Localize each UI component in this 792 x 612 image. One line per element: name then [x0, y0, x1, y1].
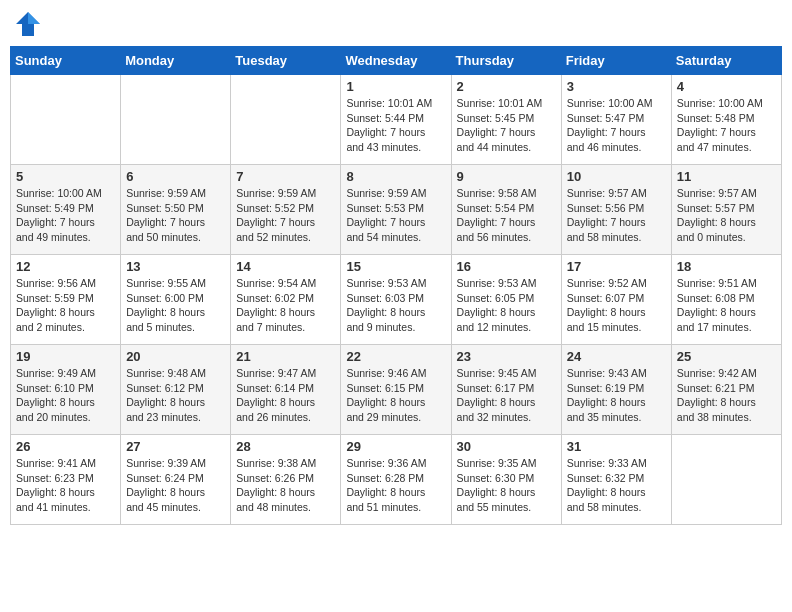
day-header-saturday: Saturday: [671, 47, 781, 75]
calendar-cell: [231, 75, 341, 165]
calendar-cell: 30Sunrise: 9:35 AM Sunset: 6:30 PM Dayli…: [451, 435, 561, 525]
day-number: 1: [346, 79, 445, 94]
day-number: 16: [457, 259, 556, 274]
day-number: 15: [346, 259, 445, 274]
day-info: Sunrise: 9:59 AM Sunset: 5:50 PM Dayligh…: [126, 186, 225, 245]
calendar-cell: 18Sunrise: 9:51 AM Sunset: 6:08 PM Dayli…: [671, 255, 781, 345]
calendar-cell: 10Sunrise: 9:57 AM Sunset: 5:56 PM Dayli…: [561, 165, 671, 255]
calendar-cell: 9Sunrise: 9:58 AM Sunset: 5:54 PM Daylig…: [451, 165, 561, 255]
logo-icon: [14, 10, 42, 38]
day-number: 10: [567, 169, 666, 184]
day-info: Sunrise: 9:53 AM Sunset: 6:05 PM Dayligh…: [457, 276, 556, 335]
day-info: Sunrise: 9:33 AM Sunset: 6:32 PM Dayligh…: [567, 456, 666, 515]
day-number: 7: [236, 169, 335, 184]
day-info: Sunrise: 9:45 AM Sunset: 6:17 PM Dayligh…: [457, 366, 556, 425]
calendar-cell: 23Sunrise: 9:45 AM Sunset: 6:17 PM Dayli…: [451, 345, 561, 435]
calendar-cell: 11Sunrise: 9:57 AM Sunset: 5:57 PM Dayli…: [671, 165, 781, 255]
day-number: 24: [567, 349, 666, 364]
day-info: Sunrise: 9:55 AM Sunset: 6:00 PM Dayligh…: [126, 276, 225, 335]
calendar-cell: 17Sunrise: 9:52 AM Sunset: 6:07 PM Dayli…: [561, 255, 671, 345]
calendar-cell: [671, 435, 781, 525]
day-info: Sunrise: 9:38 AM Sunset: 6:26 PM Dayligh…: [236, 456, 335, 515]
calendar-cell: 14Sunrise: 9:54 AM Sunset: 6:02 PM Dayli…: [231, 255, 341, 345]
day-number: 30: [457, 439, 556, 454]
day-number: 11: [677, 169, 776, 184]
day-info: Sunrise: 9:36 AM Sunset: 6:28 PM Dayligh…: [346, 456, 445, 515]
calendar-cell: 24Sunrise: 9:43 AM Sunset: 6:19 PM Dayli…: [561, 345, 671, 435]
day-number: 6: [126, 169, 225, 184]
calendar-table: SundayMondayTuesdayWednesdayThursdayFrid…: [10, 46, 782, 525]
day-info: Sunrise: 10:01 AM Sunset: 5:45 PM Daylig…: [457, 96, 556, 155]
day-info: Sunrise: 10:00 AM Sunset: 5:49 PM Daylig…: [16, 186, 115, 245]
day-number: 9: [457, 169, 556, 184]
calendar-cell: [121, 75, 231, 165]
day-info: Sunrise: 9:53 AM Sunset: 6:03 PM Dayligh…: [346, 276, 445, 335]
day-info: Sunrise: 9:56 AM Sunset: 5:59 PM Dayligh…: [16, 276, 115, 335]
calendar-cell: 31Sunrise: 9:33 AM Sunset: 6:32 PM Dayli…: [561, 435, 671, 525]
calendar-cell: 3Sunrise: 10:00 AM Sunset: 5:47 PM Dayli…: [561, 75, 671, 165]
day-number: 4: [677, 79, 776, 94]
calendar-cell: 15Sunrise: 9:53 AM Sunset: 6:03 PM Dayli…: [341, 255, 451, 345]
day-info: Sunrise: 9:51 AM Sunset: 6:08 PM Dayligh…: [677, 276, 776, 335]
calendar-cell: 21Sunrise: 9:47 AM Sunset: 6:14 PM Dayli…: [231, 345, 341, 435]
day-number: 14: [236, 259, 335, 274]
day-info: Sunrise: 9:41 AM Sunset: 6:23 PM Dayligh…: [16, 456, 115, 515]
calendar-cell: 13Sunrise: 9:55 AM Sunset: 6:00 PM Dayli…: [121, 255, 231, 345]
day-info: Sunrise: 9:59 AM Sunset: 5:53 PM Dayligh…: [346, 186, 445, 245]
calendar-cell: 2Sunrise: 10:01 AM Sunset: 5:45 PM Dayli…: [451, 75, 561, 165]
day-number: 20: [126, 349, 225, 364]
logo: [14, 10, 46, 38]
calendar-cell: 16Sunrise: 9:53 AM Sunset: 6:05 PM Dayli…: [451, 255, 561, 345]
day-number: 22: [346, 349, 445, 364]
day-number: 29: [346, 439, 445, 454]
calendar-cell: 20Sunrise: 9:48 AM Sunset: 6:12 PM Dayli…: [121, 345, 231, 435]
calendar-cell: 28Sunrise: 9:38 AM Sunset: 6:26 PM Dayli…: [231, 435, 341, 525]
day-number: 12: [16, 259, 115, 274]
day-info: Sunrise: 9:48 AM Sunset: 6:12 PM Dayligh…: [126, 366, 225, 425]
day-number: 8: [346, 169, 445, 184]
calendar-cell: 7Sunrise: 9:59 AM Sunset: 5:52 PM Daylig…: [231, 165, 341, 255]
day-number: 23: [457, 349, 556, 364]
day-number: 25: [677, 349, 776, 364]
day-header-friday: Friday: [561, 47, 671, 75]
calendar-cell: 19Sunrise: 9:49 AM Sunset: 6:10 PM Dayli…: [11, 345, 121, 435]
day-info: Sunrise: 9:58 AM Sunset: 5:54 PM Dayligh…: [457, 186, 556, 245]
day-number: 3: [567, 79, 666, 94]
page-header: [10, 10, 782, 38]
day-info: Sunrise: 10:00 AM Sunset: 5:48 PM Daylig…: [677, 96, 776, 155]
day-info: Sunrise: 10:00 AM Sunset: 5:47 PM Daylig…: [567, 96, 666, 155]
calendar-cell: 8Sunrise: 9:59 AM Sunset: 5:53 PM Daylig…: [341, 165, 451, 255]
calendar-cell: 6Sunrise: 9:59 AM Sunset: 5:50 PM Daylig…: [121, 165, 231, 255]
calendar-cell: [11, 75, 121, 165]
day-info: Sunrise: 9:57 AM Sunset: 5:57 PM Dayligh…: [677, 186, 776, 245]
day-header-wednesday: Wednesday: [341, 47, 451, 75]
calendar-cell: 26Sunrise: 9:41 AM Sunset: 6:23 PM Dayli…: [11, 435, 121, 525]
day-info: Sunrise: 9:42 AM Sunset: 6:21 PM Dayligh…: [677, 366, 776, 425]
calendar-cell: 12Sunrise: 9:56 AM Sunset: 5:59 PM Dayli…: [11, 255, 121, 345]
day-info: Sunrise: 9:39 AM Sunset: 6:24 PM Dayligh…: [126, 456, 225, 515]
day-number: 26: [16, 439, 115, 454]
calendar-cell: 4Sunrise: 10:00 AM Sunset: 5:48 PM Dayli…: [671, 75, 781, 165]
week-row-4: 19Sunrise: 9:49 AM Sunset: 6:10 PM Dayli…: [11, 345, 782, 435]
day-header-monday: Monday: [121, 47, 231, 75]
day-number: 21: [236, 349, 335, 364]
day-number: 18: [677, 259, 776, 274]
day-info: Sunrise: 9:57 AM Sunset: 5:56 PM Dayligh…: [567, 186, 666, 245]
week-row-2: 5Sunrise: 10:00 AM Sunset: 5:49 PM Dayli…: [11, 165, 782, 255]
day-number: 17: [567, 259, 666, 274]
day-number: 2: [457, 79, 556, 94]
day-number: 27: [126, 439, 225, 454]
day-info: Sunrise: 9:47 AM Sunset: 6:14 PM Dayligh…: [236, 366, 335, 425]
week-row-3: 12Sunrise: 9:56 AM Sunset: 5:59 PM Dayli…: [11, 255, 782, 345]
day-info: Sunrise: 9:59 AM Sunset: 5:52 PM Dayligh…: [236, 186, 335, 245]
day-info: Sunrise: 9:49 AM Sunset: 6:10 PM Dayligh…: [16, 366, 115, 425]
day-info: Sunrise: 9:43 AM Sunset: 6:19 PM Dayligh…: [567, 366, 666, 425]
calendar-cell: 27Sunrise: 9:39 AM Sunset: 6:24 PM Dayli…: [121, 435, 231, 525]
calendar-cell: 29Sunrise: 9:36 AM Sunset: 6:28 PM Dayli…: [341, 435, 451, 525]
day-number: 19: [16, 349, 115, 364]
svg-marker-1: [28, 12, 40, 24]
calendar-cell: 25Sunrise: 9:42 AM Sunset: 6:21 PM Dayli…: [671, 345, 781, 435]
day-header-tuesday: Tuesday: [231, 47, 341, 75]
day-info: Sunrise: 9:46 AM Sunset: 6:15 PM Dayligh…: [346, 366, 445, 425]
day-info: Sunrise: 10:01 AM Sunset: 5:44 PM Daylig…: [346, 96, 445, 155]
